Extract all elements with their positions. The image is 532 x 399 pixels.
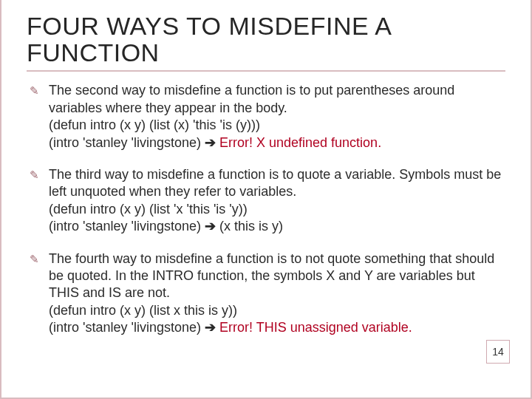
list-item: ✎ The second way to misdefine a function… <box>27 82 505 151</box>
title-underline <box>27 70 505 72</box>
call-text: (intro 'stanley 'livingstone) <box>49 135 201 150</box>
result-text: (x this is y) <box>219 219 283 233</box>
code-line: (defun intro (x y) (list x this is y)) <box>49 302 505 319</box>
slide: FOUR WAYS TO MISDEFINE A FUNCTION ✎ The … <box>0 0 532 399</box>
call-line: (intro 'stanley 'livingstone) ➔ Error! T… <box>49 319 505 336</box>
slide-number-badge: 14 <box>486 340 510 364</box>
result-text: Error! X undefined function. <box>219 135 381 150</box>
bullet-list: ✎ The second way to misdefine a function… <box>27 82 505 336</box>
list-item: ✎ The third way to misdefine a function … <box>27 166 505 236</box>
list-item: ✎ The fourth way to misdefine a function… <box>27 250 505 337</box>
bullet-icon: ✎ <box>30 168 39 183</box>
bullet-lead: The second way to misdefine a function i… <box>49 82 505 117</box>
code-line: (defun intro (x y) (list (x) 'this 'is (… <box>49 117 505 134</box>
arrow-icon: ➔ <box>205 219 216 233</box>
arrow-icon: ➔ <box>205 320 216 335</box>
bullet-icon: ✎ <box>30 83 39 98</box>
call-text: (intro 'stanley 'livingstone) <box>49 320 201 335</box>
bullet-icon: ✎ <box>30 252 39 267</box>
bullet-lead: The third way to misdefine a function is… <box>49 166 505 201</box>
result-text: Error! THIS unassigned variable. <box>219 320 412 335</box>
call-line: (intro 'stanley 'livingstone) ➔ Error! X… <box>49 134 505 151</box>
arrow-icon: ➔ <box>205 135 216 150</box>
bullet-lead: The fourth way to misdefine a function i… <box>49 250 505 302</box>
code-line: (defun intro (x y) (list 'x 'this 'is 'y… <box>49 201 505 218</box>
call-line: (intro 'stanley 'livingstone) ➔ (x this … <box>49 218 505 235</box>
call-text: (intro 'stanley 'livingstone) <box>49 219 201 233</box>
slide-title: FOUR WAYS TO MISDEFINE A FUNCTION <box>27 13 505 66</box>
